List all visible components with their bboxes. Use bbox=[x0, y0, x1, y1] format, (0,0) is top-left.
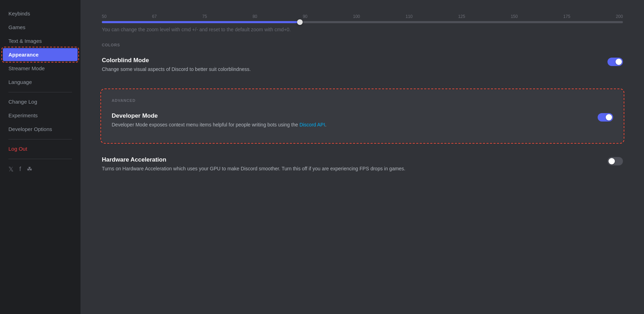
sidebar-divider-1 bbox=[8, 92, 72, 92]
sidebar-divider-2 bbox=[8, 139, 72, 139]
discord-api-link[interactable]: Discord API bbox=[300, 122, 325, 127]
zoom-slider[interactable] bbox=[102, 21, 623, 23]
social-links: 𝕏 f ☘ bbox=[3, 162, 78, 177]
developer-mode-description: Developer Mode exposes context menu item… bbox=[112, 122, 327, 129]
hardware-acceleration-description: Turns on Hardware Acceleration which use… bbox=[102, 165, 406, 172]
slider-thumb[interactable] bbox=[297, 19, 303, 25]
main-content: 50 67 75 80 90 100 110 125 150 175 200 Y… bbox=[81, 0, 644, 314]
colors-section-label: COLORS bbox=[102, 43, 623, 47]
colorblind-toggle-thumb bbox=[616, 59, 622, 65]
hardware-acceleration-title: Hardware Acceleration bbox=[102, 156, 406, 163]
sidebar-divider-3 bbox=[8, 159, 72, 159]
twitter-icon[interactable]: 𝕏 bbox=[8, 165, 14, 173]
slider-fill bbox=[102, 21, 300, 23]
sidebar: Keybinds Games Text & Images Appearance … bbox=[0, 0, 81, 314]
zoom-hint: You can change the zoom level with cmd +… bbox=[102, 27, 623, 32]
zoom-section: 50 67 75 80 90 100 110 125 150 175 200 Y… bbox=[102, 14, 623, 32]
facebook-icon[interactable]: f bbox=[19, 165, 21, 173]
developer-mode-text: Developer Mode Developer Mode exposes co… bbox=[112, 112, 327, 129]
slider-labels: 50 67 75 80 90 100 110 125 150 175 200 bbox=[102, 14, 623, 19]
hardware-acceleration-toggle-thumb bbox=[609, 158, 615, 164]
colorblind-toggle-track[interactable] bbox=[607, 58, 623, 66]
instagram-icon[interactable]: ☘ bbox=[27, 165, 32, 173]
hardware-acceleration-text: Hardware Acceleration Turns on Hardware … bbox=[102, 156, 406, 172]
sidebar-item-text-images[interactable]: Text & Images bbox=[3, 34, 78, 47]
advanced-section-label: ADVANCED bbox=[112, 98, 613, 103]
sidebar-item-appearance[interactable]: Appearance bbox=[3, 48, 78, 61]
hardware-acceleration-row: Hardware Acceleration Turns on Hardware … bbox=[102, 151, 623, 178]
hardware-acceleration-toggle[interactable] bbox=[607, 157, 623, 165]
developer-mode-toggle-thumb bbox=[606, 114, 612, 120]
colorblind-text: Colorblind Mode Change some visual aspec… bbox=[102, 57, 251, 73]
sidebar-item-change-log[interactable]: Change Log bbox=[3, 95, 78, 108]
colorblind-row: Colorblind Mode Change some visual aspec… bbox=[102, 51, 623, 79]
sidebar-item-keybinds[interactable]: Keybinds bbox=[3, 7, 78, 20]
developer-mode-toggle-track[interactable] bbox=[598, 113, 613, 122]
sidebar-item-language[interactable]: Language bbox=[3, 76, 78, 89]
sidebar-item-logout[interactable]: Log Out bbox=[3, 142, 78, 155]
advanced-section: ADVANCED Developer Mode Developer Mode e… bbox=[102, 90, 623, 143]
sidebar-item-experiments[interactable]: Experiments bbox=[3, 109, 78, 122]
colorblind-title: Colorblind Mode bbox=[102, 57, 251, 64]
sidebar-item-games[interactable]: Games bbox=[3, 21, 78, 34]
colorblind-description: Change some visual aspects of Discord to… bbox=[102, 66, 251, 73]
hardware-acceleration-toggle-track[interactable] bbox=[607, 157, 623, 165]
developer-mode-toggle[interactable] bbox=[598, 113, 613, 122]
colorblind-toggle[interactable] bbox=[607, 58, 623, 66]
developer-mode-row: Developer Mode Developer Mode exposes co… bbox=[112, 107, 613, 134]
developer-mode-title: Developer Mode bbox=[112, 112, 327, 119]
sidebar-item-developer-options[interactable]: Developer Options bbox=[3, 123, 78, 136]
sidebar-item-streamer-mode[interactable]: Streamer Mode bbox=[3, 62, 78, 75]
